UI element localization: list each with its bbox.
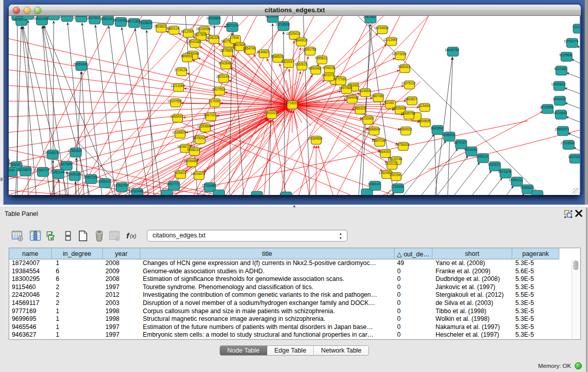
svg-text:12905185: 12905185 [67,172,81,176]
table-row[interactable]: 2242004622012Investigating the contribut… [9,291,559,299]
svg-text:8912954: 8912954 [181,30,194,33]
table-row[interactable]: 946554611997Estimation of the future num… [9,323,559,332]
column-header-year[interactable]: year [103,248,140,259]
network-window-titlebar[interactable]: citations_edges.txt [9,5,581,16]
tab-network-table[interactable]: Network Table [314,346,368,355]
table-mode-icon[interactable] [11,230,24,242]
table-scrollbar-thumb[interactable] [573,260,578,270]
window-right-edge [586,208,588,372]
svg-text:3624554: 3624554 [358,89,371,93]
svg-text:(x): (x) [130,233,136,239]
table-row[interactable]: 1830029562008Estimation of significance … [9,275,559,283]
right-scrollbar-strip[interactable] [584,0,588,205]
cell-short: Jankovic et al. (1997) [435,283,511,292]
cell-year: 2008 [105,259,139,268]
column-header-in_degree[interactable]: in_degree [52,248,103,259]
close-panel-icon[interactable] [575,210,583,218]
svg-text:16671355: 16671355 [126,19,141,23]
table-tabbar: Node TableEdge TableNetwork Table [220,345,369,356]
table-vertical-scrollbar[interactable] [572,260,579,339]
divider-handle-icon[interactable] [1,178,3,181]
network-table-select-value: citations_edges.txt [153,232,206,239]
node-table-header: namein_degreeyeartitle△ out_de…shortpage… [9,248,559,259]
cell-title: Estimation of significance thresholds fo… [143,275,394,283]
rows-icon[interactable] [62,230,74,242]
svg-text:19384554: 19384554 [308,137,323,140]
svg-text:9997588: 9997588 [59,162,72,166]
svg-text:2867608: 2867608 [233,43,246,47]
svg-text:9129966: 9129966 [559,53,572,57]
network-table-select[interactable]: citations_edges.txt ▲▼ [147,230,347,242]
table-row[interactable]: 946362711997Embryonic stem cells: a mode… [9,331,559,339]
svg-text:1436141: 1436141 [368,182,381,186]
function-builder-icon[interactable]: f(x) [126,230,138,242]
svg-text:11156829: 11156829 [17,168,32,171]
svg-text:19756928: 19756928 [395,143,410,146]
svg-text:20691406: 20691406 [34,17,49,20]
svg-text:10807487: 10807487 [370,94,385,98]
cell-out_de: 0 [397,275,431,283]
svg-text:19654923: 19654923 [398,127,412,131]
svg-text:15692971: 15692971 [555,127,570,131]
svg-text:20053346: 20053346 [73,62,88,66]
table-panel: Table Panel f(x) citations_edges.txt ▲▼ … [0,208,588,372]
column-header-short[interactable]: short [432,248,512,259]
svg-text:10107554: 10107554 [167,99,182,103]
svg-text:8454749: 8454749 [243,47,256,50]
cell-out_de: 0 [397,323,431,332]
select-all-icon[interactable] [46,230,58,242]
svg-text:9699695: 9699695 [418,119,431,123]
cell-title: Structural magnetic resonance image aver… [143,315,394,323]
svg-text:7955812: 7955812 [315,56,328,60]
table-row[interactable]: 977716911998Corpus callosum shape and si… [9,308,559,316]
delete-column-icon[interactable] [93,230,105,242]
tab-node-table[interactable]: Node Table [220,346,267,355]
cell-pagerank: 5.9E-5 [515,275,558,283]
network-canvas[interactable]: 1405571420691406159371011065328715276026… [9,16,580,195]
svg-text:7485063: 7485063 [398,65,410,69]
table-row[interactable]: 1872400712008Changes of HCN gene express… [9,259,559,268]
svg-text:6466160: 6466160 [101,17,114,20]
cell-pagerank: 5.5E-5 [515,291,558,299]
svg-text:252254: 252254 [389,173,401,177]
column-header-out_de[interactable]: △ out_de… [395,248,432,259]
cell-title: Changes of HCN gene expression and I(f) … [143,259,394,268]
cell-out_de: 0 [397,331,431,339]
svg-text:8938923: 8938923 [442,133,455,137]
svg-text:7632621: 7632621 [488,163,500,166]
svg-text:15716485: 15716485 [202,184,216,187]
svg-text:17016504: 17016504 [560,141,575,145]
svg-text:1167533: 1167533 [568,155,580,159]
table-row[interactable]: 1456911722003Disruption of a novel membe… [9,299,559,308]
tab-edge-table[interactable]: Edge Table [267,346,314,355]
column-header-title[interactable]: title [140,248,395,259]
cell-in_degree: 6 [56,268,102,276]
cell-pagerank: 5.3E-5 [515,283,558,292]
table-row[interactable]: 911546021997Tourette syndrome. Phenomeno… [9,283,559,292]
svg-text:2935114: 2935114 [476,155,489,158]
cell-in_degree: 1 [56,259,102,268]
cell-in_degree: 2 [56,291,102,299]
svg-text:8878332: 8878332 [193,136,206,140]
svg-text:9146821: 9146821 [257,50,270,54]
table-row[interactable]: 969969511998Structural magnetic resonanc… [9,315,559,323]
svg-text:10654112: 10654112 [509,178,523,182]
delete-table-icon[interactable] [108,230,121,242]
cell-short: Tibbo et al. (1998) [435,308,511,316]
svg-text:7515526: 7515526 [139,21,152,25]
resize-grip-icon[interactable] [573,188,579,194]
svg-text:2718126: 2718126 [175,68,187,72]
new-column-icon[interactable] [77,230,89,242]
column-header-name[interactable]: name [9,248,52,259]
cell-pagerank: 5.3E-5 [515,308,558,316]
cell-in_degree: 6 [56,275,102,283]
show-columns-icon[interactable] [29,230,41,242]
svg-text:17546: 17546 [230,36,239,39]
table-row[interactable]: 1938455462009Genome-wide association stu… [9,268,559,276]
svg-text:62160: 62160 [385,101,394,104]
cell-pagerank: 5.3E-5 [515,323,558,332]
column-header-pagerank[interactable]: pagerank [512,248,559,259]
float-panel-icon[interactable] [563,209,573,219]
svg-text:12213967: 12213967 [383,38,398,41]
svg-text:16120746: 16120746 [388,157,403,161]
